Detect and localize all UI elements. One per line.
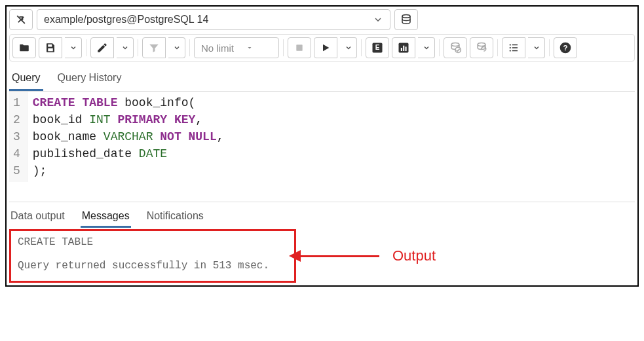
- explain-analyze-button[interactable]: [392, 37, 415, 58]
- save-button[interactable]: [39, 37, 62, 58]
- toolbar: No limit E: [9, 34, 635, 62]
- chevron-down-icon: [69, 44, 77, 52]
- chevron-down-icon: [345, 44, 352, 52]
- macros-button[interactable]: [502, 37, 525, 58]
- filter-button[interactable]: [142, 37, 166, 58]
- svg-rect-5: [401, 48, 402, 51]
- edit-button[interactable]: [90, 37, 114, 58]
- svg-rect-1: [296, 45, 302, 50]
- list-icon: [508, 42, 520, 54]
- server-button[interactable]: [394, 9, 418, 30]
- row-limit-label: No limit: [201, 43, 234, 54]
- chevron-down-icon: [173, 44, 181, 52]
- execute-dropdown[interactable]: [340, 37, 357, 58]
- svg-rect-16: [512, 50, 518, 52]
- chevron-down-icon: [533, 44, 540, 52]
- explain-button[interactable]: E: [366, 37, 389, 58]
- tab-query-history[interactable]: Query History: [55, 67, 124, 91]
- save-icon: [45, 42, 56, 54]
- messages-panel: CREATE TABLE Query returned successfully…: [9, 229, 296, 283]
- editor-tabs: Query Query History: [9, 67, 635, 92]
- svg-rect-6: [403, 46, 404, 51]
- chevron-down-icon: [373, 14, 383, 25]
- macros-dropdown[interactable]: [528, 37, 545, 58]
- svg-rect-14: [512, 47, 518, 48]
- save-dropdown[interactable]: [65, 37, 82, 58]
- svg-point-13: [510, 47, 511, 48]
- execute-button[interactable]: [314, 37, 337, 58]
- svg-point-15: [510, 50, 511, 51]
- svg-rect-7: [406, 46, 407, 51]
- rollback-icon: [475, 41, 488, 54]
- chevron-down-icon: [121, 44, 129, 52]
- connection-status-button[interactable]: [9, 9, 33, 30]
- tab-notifications[interactable]: Notifications: [145, 206, 205, 228]
- sql-editor[interactable]: 1 2 3 4 5 CREATE TABLE book_info(book_id…: [9, 92, 635, 182]
- rollback-button[interactable]: [470, 37, 493, 58]
- help-button[interactable]: ?: [554, 37, 577, 58]
- tab-label: Data output: [10, 210, 65, 221]
- commit-button[interactable]: [444, 37, 467, 58]
- svg-rect-12: [512, 45, 518, 46]
- chevron-down-icon: [423, 44, 430, 52]
- database-icon: [400, 14, 412, 26]
- output-tabs: Data output Messages Notifications: [9, 206, 635, 228]
- tab-label: Notifications: [147, 210, 204, 221]
- tab-data-output[interactable]: Data output: [9, 206, 66, 228]
- pencil-icon: [96, 42, 108, 54]
- svg-point-8: [451, 43, 459, 46]
- message-line-2: Query returned successfully in 513 msec.: [18, 260, 288, 272]
- tab-label: Messages: [82, 210, 130, 221]
- tab-query[interactable]: Query: [9, 67, 43, 91]
- row-limit-select[interactable]: No limit: [194, 37, 279, 58]
- connection-select[interactable]: example/postgres@PostgreSQL 14: [37, 9, 390, 30]
- connection-row: example/postgres@PostgreSQL 14: [9, 9, 635, 30]
- tab-messages[interactable]: Messages: [81, 206, 131, 228]
- annotation-label: Output: [392, 247, 436, 264]
- folder-icon: [18, 42, 30, 54]
- svg-text:?: ?: [563, 43, 567, 52]
- explain-icon: E: [371, 41, 384, 54]
- tab-label: Query: [12, 72, 41, 83]
- line-gutter: 1 2 3 4 5: [9, 92, 28, 182]
- code-content: CREATE TABLE book_info(book_id INT PRIMA…: [28, 92, 229, 182]
- filter-icon: [148, 42, 160, 54]
- svg-point-0: [402, 15, 410, 18]
- commit-icon: [449, 41, 462, 54]
- svg-point-10: [478, 43, 485, 46]
- open-file-button[interactable]: [12, 37, 36, 58]
- help-icon: ?: [559, 41, 572, 54]
- tab-label: Query History: [58, 72, 122, 83]
- explain-analyze-dropdown[interactable]: [418, 37, 435, 58]
- svg-text:E: E: [375, 44, 380, 51]
- analyze-icon: [397, 41, 410, 54]
- edit-dropdown[interactable]: [117, 37, 134, 58]
- annotation-arrow: Output: [301, 247, 436, 264]
- svg-point-11: [510, 44, 511, 45]
- stop-button[interactable]: [288, 37, 311, 58]
- caret-down-icon: [246, 44, 254, 52]
- filter-dropdown[interactable]: [168, 37, 185, 58]
- play-icon: [320, 43, 331, 53]
- disconnected-icon: [14, 13, 28, 26]
- connection-label: example/postgres@PostgreSQL 14: [44, 14, 208, 26]
- stop-icon: [294, 43, 305, 53]
- messages-panel-wrap: CREATE TABLE Query returned successfully…: [9, 229, 635, 283]
- message-line-1: CREATE TABLE: [18, 236, 288, 248]
